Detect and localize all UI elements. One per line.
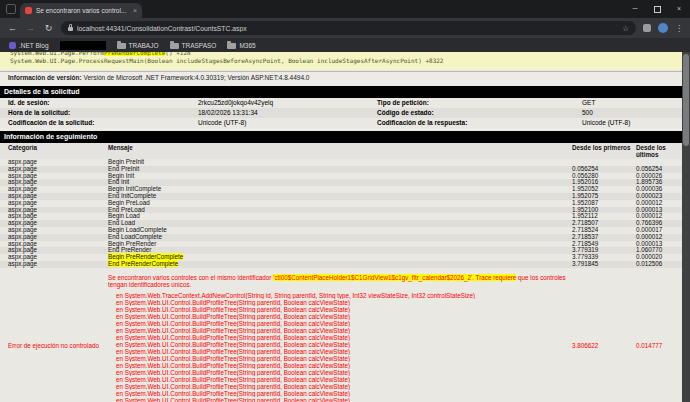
error-stack-line: en System.Web.UI.Control.BuildProfileTre… <box>108 397 572 402</box>
extensions-icon[interactable] <box>643 24 651 32</box>
trace-message-cell: Begin InitComplete <box>108 186 572 193</box>
error-stack-line: en System.Web.UI.Control.BuildProfileTre… <box>108 327 572 334</box>
find-highlight: 'ctl00$ContentPlaceHolder1$C1GridView1$c… <box>273 274 516 281</box>
error-stack-line: en System.Web.UI.Control.BuildProfileTre… <box>108 313 572 320</box>
error-last-time: 0.014777 <box>636 342 682 349</box>
trace-message-cell: Begin PreRender <box>108 241 572 248</box>
minimize-button[interactable]: ─ <box>624 0 646 17</box>
field-label: Codificación de la respuesta: <box>377 118 582 128</box>
field-value: Unicode (UTF-8) <box>582 118 682 128</box>
error-stack-line: en System.Web.UI.Control.BuildProfileTre… <box>108 355 572 362</box>
back-icon[interactable]: ← <box>7 23 18 33</box>
field-label: Código de estado: <box>377 108 582 118</box>
request-detail-row: Id. de sesión: 2rkcu25zd0jokqo4v42yelq T… <box>0 98 682 108</box>
bookmarks-bar: .NET Blog TRABAJO TRASPASO M365 <box>0 38 690 52</box>
forward-icon[interactable]: → <box>25 23 36 33</box>
error-category: Error de ejecución no controlado <box>8 342 108 349</box>
url-text[interactable]: localhost:44341/ConsolidationContrast/Co… <box>77 25 618 32</box>
tab-search-icon[interactable] <box>6 4 16 14</box>
maximize-button[interactable] <box>646 0 668 17</box>
folder-icon <box>227 43 236 49</box>
browser-toolbar: ← → ↻ localhost:44341/ConsolidationContr… <box>0 18 690 38</box>
find-highlight: PreRenderComplete <box>104 52 165 56</box>
field-value: 18/02/2026 13:31:34 <box>198 108 377 118</box>
browser-menu-icon[interactable]: ⋮ <box>675 24 683 33</box>
error-stack-line: en System.Web.UI.Control.BuildProfileTre… <box>108 341 572 348</box>
trace-message-cell: End InitComplete <box>108 193 572 200</box>
column-header-message: Mensaje <box>108 144 572 158</box>
error-message-block: Se encontraron varios controles con el m… <box>108 274 572 402</box>
trace-table: Categoría Mensaje Desde los primeros Des… <box>0 143 682 402</box>
maximize-icon <box>654 6 661 13</box>
lock-icon <box>68 27 73 31</box>
field-value: 2rkcu25zd0jokqo4v42yelq <box>198 98 377 108</box>
error-stack: en System.Web.TraceContext.AddNewControl… <box>108 292 572 402</box>
error-stack-line: en System.Web.UI.Control.BuildProfileTre… <box>108 390 572 397</box>
field-value: 500 <box>582 108 682 118</box>
request-details-section: Id. de sesión: 2rkcu25zd0jokqo4v42yelq T… <box>0 98 682 128</box>
error-stack-line: en System.Web.UI.Control.BuildProfileTre… <box>108 376 572 383</box>
profile-avatar[interactable] <box>658 23 668 33</box>
error-stack-line: en System.Web.TraceContext.AddNewControl… <box>108 292 572 299</box>
column-header-category: Categoría <box>8 144 108 158</box>
field-value: GET <box>582 98 682 108</box>
request-detail-row: Hora de la solicitud: 18/02/2026 13:31:3… <box>0 108 682 118</box>
column-header-last: Desde los últimos <box>636 144 682 158</box>
error-stack-line: en System.Web.UI.Control.BuildProfileTre… <box>108 306 572 313</box>
trace-message-cell: End PreLoad <box>108 207 572 214</box>
trace-message-cell: Begin PreLoad <box>108 200 572 207</box>
error-stack-trace-box: System.Web.UI.Page.PerformPreRenderCompl… <box>0 52 682 69</box>
browser-tab[interactable]: Se encontraron varios control... × <box>20 3 142 18</box>
bookmark-star-icon[interactable]: ☆ <box>622 24 629 33</box>
error-stack-line: en System.Web.UI.Control.BuildProfileTre… <box>108 334 572 341</box>
browser-window: Se encontraron varios control... × ─ × ←… <box>0 0 690 402</box>
trace-message-cell: Begin LoadComplete <box>108 227 572 234</box>
trace-message-cell: Begin Init <box>108 173 572 180</box>
error-stack-line: en System.Web.UI.Control.BuildProfileTre… <box>108 383 572 390</box>
window-controls: ─ × <box>624 0 690 17</box>
bookmark-folder-m365[interactable]: M365 <box>227 42 255 49</box>
trace-first-cell: 3.791845 <box>572 261 636 268</box>
error-first-time: 3.806622 <box>572 342 636 349</box>
version-text: Versión de Microsoft .NET Framework:4.0.… <box>82 74 310 81</box>
bookmark-folder-traspaso[interactable]: TRASPASO <box>170 42 217 49</box>
tab-close-icon[interactable]: × <box>133 7 137 14</box>
bookmark-folder-trabajo[interactable]: TRABAJO <box>117 42 159 49</box>
tab-favicon-icon <box>25 7 32 14</box>
trace-category-cell: aspx.page <box>8 261 108 268</box>
redacted-bookmark[interactable] <box>60 41 106 50</box>
close-button[interactable]: × <box>668 0 690 17</box>
trace-message-cell: End Init <box>108 179 572 186</box>
folder-icon <box>117 43 126 49</box>
page-scrollbar[interactable] <box>682 52 690 402</box>
bookmark-favicon-icon <box>9 42 16 49</box>
column-header-first: Desde los primeros <box>572 144 636 158</box>
trace-error-row: Error de ejecución no controlado Se enco… <box>0 268 682 402</box>
stack-trace-line: System.Web.UI.Page.ProcessRequestMain(Bo… <box>10 57 682 65</box>
error-stack-line: en System.Web.UI.Control.BuildProfileTre… <box>108 348 572 355</box>
request-details-header: Detalles de la solicitud <box>0 86 682 98</box>
request-detail-row: Codificación de la solicitud: Unicode (U… <box>0 118 682 128</box>
trace-message-cell: Begin Load <box>108 213 572 220</box>
browser-titlebar: Se encontraron varios control... × ─ × <box>0 0 690 18</box>
folder-icon <box>170 43 179 49</box>
trace-message-cell: Begin PreInit <box>108 159 572 166</box>
error-stack-line: en System.Web.UI.Control.BuildProfileTre… <box>108 362 572 369</box>
address-bar[interactable]: localhost:44341/ConsolidationContrast/Co… <box>61 21 636 35</box>
bookmark-label: TRASPASO <box>182 42 217 49</box>
trace-table-header: Categoría Mensaje Desde los primeros Des… <box>0 143 682 159</box>
bookmark-dotnet-blog[interactable]: .NET Blog <box>9 42 49 49</box>
version-label: Información de versión: <box>8 74 82 81</box>
bookmark-label: M365 <box>239 42 255 49</box>
reload-icon[interactable]: ↻ <box>43 23 54 33</box>
find-highlight: End PreRenderComplete <box>108 260 178 267</box>
field-label: Tipo de petición: <box>377 98 582 108</box>
divider <box>0 71 682 72</box>
error-stack-line: en System.Web.UI.Control.BuildProfileTre… <box>108 369 572 376</box>
trace-message-cell: End PreInit <box>108 166 572 173</box>
field-label: Hora de la solicitud: <box>8 108 198 118</box>
page-content: System.Web.UI.Page.PerformPreRenderCompl… <box>0 52 690 402</box>
field-value: Unicode (UTF-8) <box>198 118 377 128</box>
trace-rows: aspx.pageBegin PreInitaspx.pageEnd PreIn… <box>0 159 682 268</box>
scrollbar-thumb[interactable] <box>683 54 689 146</box>
